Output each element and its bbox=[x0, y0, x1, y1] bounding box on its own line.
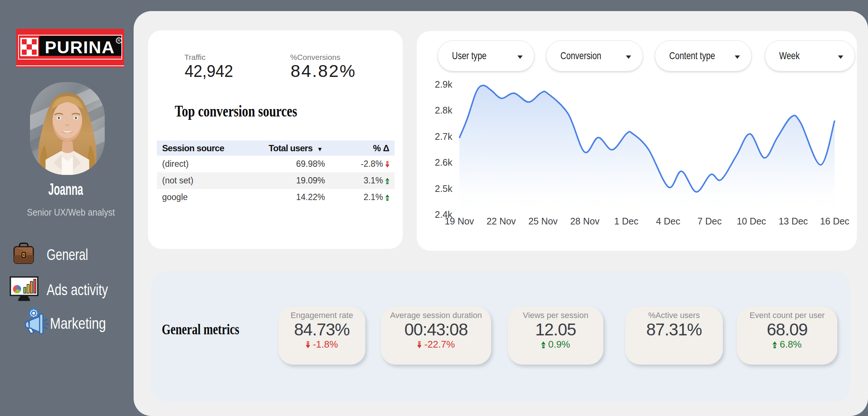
svg-text:16 Dec: 16 Dec bbox=[820, 216, 849, 226]
svg-text:10 Dec: 10 Dec bbox=[737, 216, 766, 226]
svg-text:22 Nov: 22 Nov bbox=[486, 216, 516, 226]
svg-text:2.9k: 2.9k bbox=[435, 79, 453, 89]
svg-text:7 Dec: 7 Dec bbox=[697, 216, 721, 226]
svg-text:2.5k: 2.5k bbox=[435, 183, 453, 194]
svg-text:2.7k: 2.7k bbox=[435, 131, 453, 142]
svg-text:13 Dec: 13 Dec bbox=[778, 216, 808, 226]
svg-text:4 Dec: 4 Dec bbox=[656, 216, 680, 226]
svg-text:2.6k: 2.6k bbox=[435, 157, 453, 168]
svg-text:25 Nov: 25 Nov bbox=[528, 216, 558, 226]
svg-text:1 Dec: 1 Dec bbox=[614, 216, 638, 226]
svg-text:2.8k: 2.8k bbox=[435, 105, 453, 115]
svg-text:28 Nov: 28 Nov bbox=[570, 216, 600, 226]
svg-text:19 Nov: 19 Nov bbox=[445, 216, 474, 226]
